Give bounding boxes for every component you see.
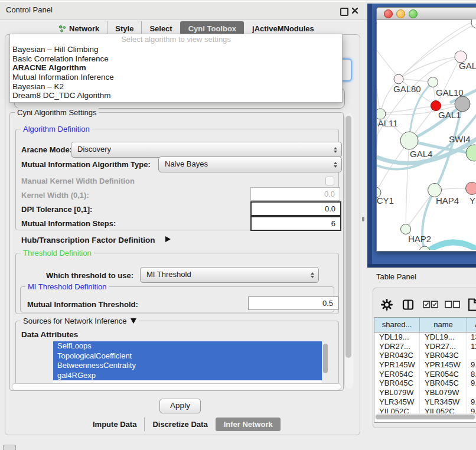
network-node-swi4[interactable] <box>466 145 476 161</box>
table-cell: YBL079W <box>420 388 467 397</box>
stepper-icon <box>311 272 314 278</box>
kernel-width-label: Kernel Width (0,1): <box>21 191 89 200</box>
algorithm-option-mutual-information-inference[interactable]: Mutual Information Inference <box>10 73 342 82</box>
attribute-item-betweennesscentrality[interactable]: BetweennessCentrality <box>53 361 322 371</box>
network-node-gal10[interactable] <box>428 77 438 87</box>
manual-kernel-checkbox[interactable] <box>325 177 334 185</box>
table-cell: YPR145W <box>420 360 467 370</box>
table-cell: YDL19... <box>374 332 420 342</box>
column-header-3[interactable]: A <box>467 318 476 332</box>
network-node-gal80[interactable] <box>394 74 403 84</box>
window-close-button[interactable] <box>384 9 393 18</box>
network-node-label: GAL10 <box>436 87 464 97</box>
network-node-y[interactable] <box>466 182 476 195</box>
mi-threshold-label: Mutual Information Threshold: <box>27 300 138 309</box>
collapse-arrow-icon[interactable] <box>131 318 136 324</box>
select-all-checkboxes-icon[interactable] <box>423 301 438 310</box>
table-row[interactable]: YBR043CYBR043C <box>374 351 476 360</box>
table-cell: 9. <box>467 379 476 388</box>
kernel-width-field[interactable]: 0.0 <box>250 187 340 201</box>
mi-threshold-field[interactable]: 0.5 <box>248 296 338 310</box>
column-header-2[interactable]: name <box>420 318 467 332</box>
mi-steps-field[interactable]: 6 <box>250 216 341 231</box>
table-cell: 9. <box>467 397 476 407</box>
close-icon[interactable] <box>351 6 359 15</box>
algorithm-option-bayesian-k2[interactable]: Bayesian – K2 <box>10 82 342 92</box>
dpi-tolerance-field[interactable]: 0.0 <box>250 201 341 216</box>
window-zoom-button[interactable] <box>409 9 418 18</box>
network-node-hap2[interactable] <box>401 224 411 234</box>
which-threshold-combobox[interactable]: MI Threshold <box>140 267 319 283</box>
network-node-gal4[interactable] <box>400 132 418 149</box>
algorithm-dropdown: Select algorithm to view settings Bayesi… <box>9 34 343 103</box>
table-cell: YLR345W <box>374 397 420 407</box>
network-icon <box>58 25 66 32</box>
dpi-tolerance-label: DPI Tolerance [0,1]: <box>21 205 92 214</box>
network-canvas[interactable]: GALGAL80GAL10GAL1GAL11GAL4SWI4GCY1HAP4YH… <box>377 19 476 250</box>
algorithm-definition-legend: Algorithm Definition <box>21 125 92 133</box>
settings-horizontal-scrollbar-thumb[interactable] <box>12 383 341 390</box>
table-row[interactable]: YBR045CYBR045C9. <box>374 379 476 388</box>
which-threshold-label: Which threshold to use: <box>46 271 133 280</box>
table-horizontal-scrollbar-thumb[interactable] <box>376 415 475 419</box>
document-icon[interactable] <box>468 298 476 313</box>
sources-legend[interactable]: Sources for Network Inference <box>21 317 139 325</box>
attribute-item-gal4rgexp[interactable]: gal4RGexp <box>53 371 322 381</box>
table-cell: YBR043C <box>374 351 420 360</box>
deselect-all-checkboxes-icon[interactable] <box>445 301 460 310</box>
columns-icon[interactable] <box>402 299 414 312</box>
sources-legend-text: Sources for Network Inference <box>23 317 127 325</box>
expand-arrow-icon[interactable] <box>165 236 171 242</box>
table-cell: YER054C <box>374 370 420 379</box>
manual-kernel-label: Manual Kernel Width Definition <box>21 177 135 185</box>
tab-label: jActiveMNodules <box>252 24 314 33</box>
attribute-item-topologicalcoefficient[interactable]: TopologicalCoefficient <box>53 351 322 361</box>
data-attributes-list[interactable]: SelfLoopsTopologicalCoefficientBetweenne… <box>53 341 322 383</box>
float-panel-icon[interactable] <box>340 8 348 16</box>
stepper-icon <box>334 162 337 168</box>
panel-separator <box>367 268 476 268</box>
table-cell: YBR043C <box>420 351 467 360</box>
column-header-1[interactable]: shared... <box>374 318 420 332</box>
table-cell: YBR045C <box>374 379 420 388</box>
table-body: YDL19...YDL19...13YDR27...YDR27...12YBR0… <box>374 332 476 416</box>
network-edge <box>377 50 399 79</box>
network-node-label: GCY1 <box>377 195 394 206</box>
gear-icon[interactable] <box>381 299 393 312</box>
algorithm-option-aracne-algorithm[interactable]: ARACNE Algorithm <box>10 63 342 73</box>
table-row[interactable]: YDR27...YDR27...12 <box>374 342 476 351</box>
algorithm-option-dream8-dc-tdc-algorithm[interactable]: Dream8 DC_TDC Algorithm <box>10 91 342 100</box>
aracne-mode-combobox[interactable]: Discovery <box>71 142 342 158</box>
tab-discretize-data[interactable]: Discretize Data <box>144 418 215 431</box>
algorithm-option-bayesian-hill-climbing[interactable]: Bayesian – Hill Climbing <box>10 45 342 54</box>
attribute-item-selfloops[interactable]: SelfLoops <box>53 341 322 351</box>
table-row[interactable]: YLR345WYLR345W9. <box>374 397 476 407</box>
splitter-handle[interactable] <box>362 217 364 221</box>
table-row[interactable]: YPR145WYPR145W9. <box>374 360 476 370</box>
table-cell: YPR145W <box>374 360 420 370</box>
table-row[interactable]: YBL079WYBL079W <box>374 388 476 397</box>
table-header-row: shared...nameA <box>374 318 476 332</box>
screen: Control Panel NetworkStyleSelectCyni Too… <box>0 0 476 450</box>
mi-type-combobox[interactable]: Naive Bayes <box>158 156 342 172</box>
attribute-list-scrollbar-thumb[interactable] <box>323 344 328 373</box>
tab-infer-network[interactable]: Infer Network <box>216 418 281 431</box>
table-row[interactable]: YDL19...YDL19...13 <box>374 332 476 342</box>
network-node-gal1[interactable] <box>431 101 441 111</box>
network-node-label: HAP4 <box>436 195 459 206</box>
hub-factor-section-label[interactable]: Hub/Transcription Factor Definition <box>21 236 155 244</box>
apply-button[interactable]: Apply <box>159 399 201 413</box>
settings-vertical-scrollbar-thumb[interactable] <box>345 116 351 358</box>
mi-type-value: Naive Bayes <box>165 159 208 168</box>
cyni-algorithm-settings-legend: Cyni Algorithm Settings <box>15 108 99 117</box>
attribute-table: shared...nameA YDL19...YDL19...13YDR27..… <box>374 317 476 423</box>
tab-impute-data[interactable]: Impute Data <box>85 418 144 431</box>
network-node[interactable] <box>471 19 476 28</box>
algorithm-option-basic-correlation-inference[interactable]: Basic Correlation Inference <box>10 54 342 64</box>
tab-label: Cyni Toolbox <box>188 24 236 33</box>
algorithm-dropdown-items: Bayesian – Hill ClimbingBasic Correlatio… <box>10 45 342 100</box>
collapsed-panel-button[interactable] <box>3 445 16 450</box>
window-minimize-button[interactable] <box>396 9 405 18</box>
network-node[interactable] <box>419 246 430 250</box>
table-row[interactable]: YER054CYER054C8. <box>374 370 476 379</box>
